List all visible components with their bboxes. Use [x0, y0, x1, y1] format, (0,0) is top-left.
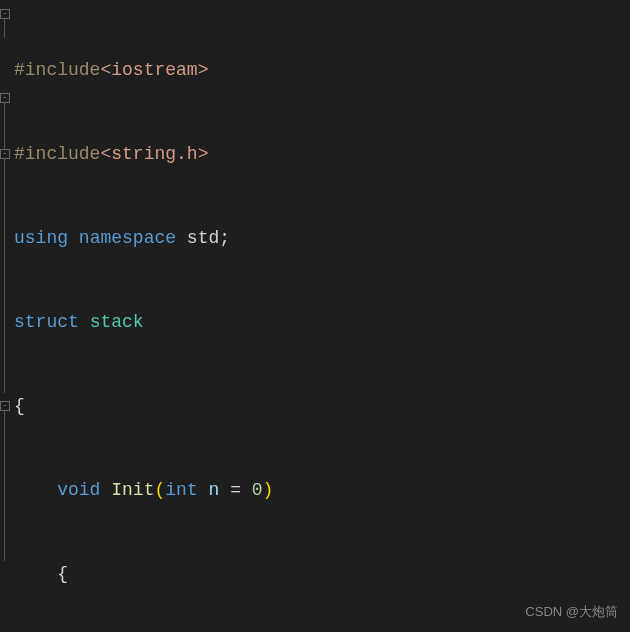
watermark: CSDN @大炮筒 — [525, 598, 618, 626]
code-line: struct stack — [14, 308, 630, 336]
fold-icon[interactable]: - — [0, 93, 10, 103]
fold-icon[interactable]: - — [0, 401, 10, 411]
code-line: void Init(int n = 0) — [14, 476, 630, 504]
code-area[interactable]: #include<iostream> #include<string.h> us… — [12, 0, 630, 632]
code-line: { — [14, 392, 630, 420]
code-line: #include<iostream> — [14, 56, 630, 84]
fold-gutter: - - - - — [0, 0, 12, 632]
fold-icon[interactable]: - — [0, 9, 10, 19]
code-line: { — [14, 560, 630, 588]
code-editor[interactable]: - - - - #include<iostream> #include<stri… — [0, 0, 630, 632]
code-line: using namespace std; — [14, 224, 630, 252]
fold-icon[interactable]: - — [0, 149, 10, 159]
code-line: #include<string.h> — [14, 140, 630, 168]
